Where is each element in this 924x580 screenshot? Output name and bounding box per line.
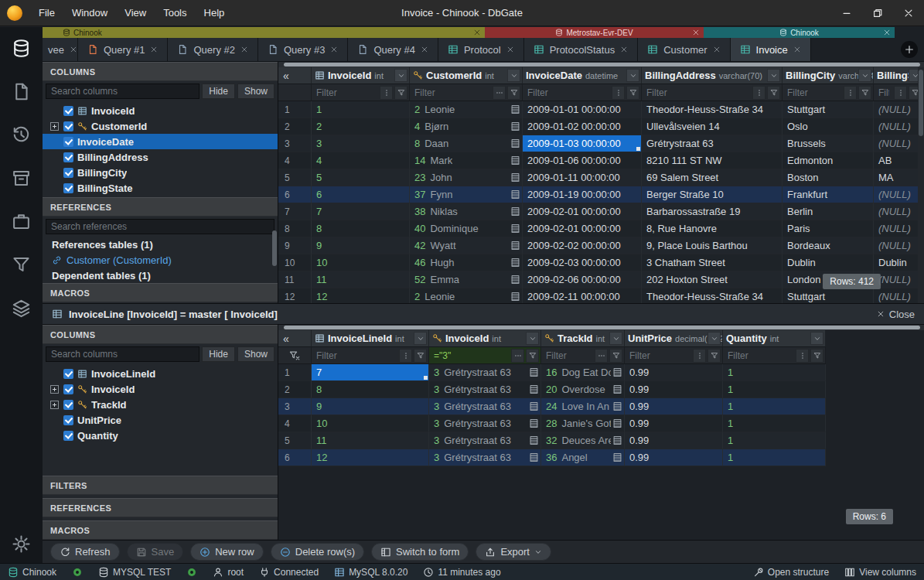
column-checkbox[interactable] xyxy=(63,369,73,379)
filter-menu-button[interactable] xyxy=(380,86,393,100)
close-tab-button[interactable] xyxy=(70,46,77,53)
grid-cell[interactable]: Grétrystraat 63 xyxy=(642,135,783,152)
grid-cell[interactable]: 46Hugh xyxy=(410,254,523,271)
row-number[interactable]: 6 xyxy=(278,186,312,203)
row-number[interactable]: 4 xyxy=(278,415,312,432)
column-dropdown-button[interactable] xyxy=(609,332,622,345)
grid-cell[interactable]: 8, Rue Hanovre xyxy=(642,220,783,237)
filter-input-customerid[interactable] xyxy=(410,84,493,101)
delete-row-s-button[interactable]: Delete row(s) xyxy=(271,543,364,561)
grid-cell[interactable]: Theodor-Heuss-Straße 34 xyxy=(642,288,783,303)
grid-cell[interactable]: 2009-01-06 00:00:00 xyxy=(523,152,642,169)
grid-cell[interactable]: 14Mark xyxy=(410,152,523,169)
filter-menu-button[interactable] xyxy=(693,349,706,363)
scrollbar-thumb[interactable] xyxy=(284,326,920,329)
row-number[interactable]: 1 xyxy=(278,101,312,118)
filter-funnel-button[interactable] xyxy=(394,86,407,100)
column-header-billingstate[interactable]: BillingStatevarchar(40) xyxy=(874,67,924,84)
grid-cell[interactable]: 11 xyxy=(312,271,410,288)
grid-cell[interactable]: 3Grétrystraat 63 xyxy=(429,398,541,415)
grid-cell[interactable]: 0.99 xyxy=(625,415,723,432)
tab-query-4[interactable]: Query #4 xyxy=(348,38,438,61)
grid-cell[interactable]: 2009-02-11 00:00:00 xyxy=(523,288,642,303)
row-number[interactable]: 3 xyxy=(278,135,312,152)
scrollbar-thumb[interactable] xyxy=(284,63,920,67)
column-dropdown-button[interactable] xyxy=(707,332,721,345)
close-tab-button[interactable] xyxy=(506,46,514,53)
filters-section-header[interactable]: FILTERS xyxy=(43,476,278,495)
close-tab-button[interactable] xyxy=(793,46,801,53)
show-button[interactable]: Show xyxy=(237,84,274,99)
column-checkbox[interactable] xyxy=(63,415,73,425)
column-header-trackid[interactable]: TrackIdint xyxy=(541,330,625,347)
column-header-invoicedate[interactable]: InvoiceDatedatetime xyxy=(523,67,642,84)
grid-cell[interactable]: Oslo xyxy=(783,118,874,135)
grid-cell[interactable]: 20Overdose xyxy=(541,381,625,398)
grid-cell[interactable]: Dublin xyxy=(783,254,874,271)
grid-cell[interactable]: 6 xyxy=(312,186,410,203)
vertical-scrollbar[interactable] xyxy=(918,67,924,303)
grid-cell[interactable]: 0.99 xyxy=(625,398,723,415)
column-header-billingaddress[interactable]: BillingAddressvarchar(70) xyxy=(642,67,783,84)
grid-cell[interactable]: 2009-02-06 00:00:00 xyxy=(523,271,642,288)
close-button[interactable] xyxy=(893,0,924,26)
row-number[interactable]: 7 xyxy=(278,203,312,220)
grid-cell[interactable]: 202 Hoxton Street xyxy=(642,271,783,288)
grid-cell[interactable]: (NULL) xyxy=(874,271,924,288)
grid-cell[interactable]: (NULL) xyxy=(874,118,924,135)
grid-cell[interactable]: 2009-01-19 00:00:00 xyxy=(523,186,642,203)
grid-cell[interactable]: Bordeaux xyxy=(783,237,874,254)
column-header-invoiceid[interactable]: InvoiceIdint xyxy=(429,330,541,347)
row-number[interactable]: 2 xyxy=(278,118,312,135)
grid-cell[interactable]: 8210 111 ST NW xyxy=(642,152,783,169)
grid-cell[interactable]: 10 xyxy=(312,254,410,271)
column-dropdown-button[interactable] xyxy=(810,332,823,345)
row-number[interactable]: 6 xyxy=(278,449,312,466)
expand-button[interactable] xyxy=(50,122,59,131)
grid-cell[interactable]: (NULL) xyxy=(874,186,924,203)
column-header-quantity[interactable]: Quantityint xyxy=(723,330,826,347)
column-checkbox[interactable] xyxy=(63,137,73,147)
grid-cell[interactable]: 3Grétrystraat 63 xyxy=(429,381,541,398)
grid-cell[interactable]: 2009-02-03 00:00:00 xyxy=(523,254,642,271)
macros-section-header[interactable]: MACROS xyxy=(43,283,278,302)
panel-scrollbar-thumb[interactable] xyxy=(272,230,277,266)
grid-cell[interactable]: (NULL) xyxy=(874,288,924,303)
tab-vee[interactable]: vee xyxy=(43,38,78,61)
column-dropdown-button[interactable] xyxy=(626,69,639,82)
grid-cell[interactable]: 8Daan xyxy=(410,135,523,152)
macros-section-header[interactable]: MACROS xyxy=(43,520,278,540)
status-view-columns[interactable]: View columns xyxy=(844,567,916,578)
column-item-invoicelineid[interactable]: InvoiceLineId xyxy=(43,366,278,381)
grid-cell[interactable]: Paris xyxy=(783,220,874,237)
new-row-button[interactable]: New row xyxy=(190,543,264,561)
grid-cell[interactable]: 52Emma xyxy=(410,271,523,288)
expand-button[interactable] xyxy=(50,385,59,394)
grid-cell[interactable]: 24Love In An Elevator xyxy=(541,398,625,415)
column-header-customerid[interactable]: CustomerIdint xyxy=(410,67,523,84)
grid-cell[interactable]: 36Angel xyxy=(541,449,625,466)
sidebar-archive-button[interactable] xyxy=(12,168,32,188)
tab-query-3[interactable]: Query #3 xyxy=(258,38,348,61)
filter-menu-button[interactable] xyxy=(796,349,809,363)
grid-cell[interactable]: 11 xyxy=(312,432,429,449)
column-dropdown-button[interactable] xyxy=(414,332,427,345)
column-dropdown-button[interactable] xyxy=(767,69,780,82)
grid-cell[interactable]: 2 xyxy=(312,118,410,135)
grid-cell[interactable]: 2009-01-03 00:00:00 xyxy=(523,135,642,152)
grid-cell[interactable]: 12 xyxy=(312,449,429,466)
grid-cell[interactable]: 1 xyxy=(723,432,826,449)
tab-invoice[interactable]: Invoice xyxy=(731,38,811,61)
sidebar-funnel-button[interactable] xyxy=(12,254,32,275)
filter-input-invoicelineid[interactable] xyxy=(312,347,399,363)
grid-cell[interactable]: 7 xyxy=(312,364,429,381)
menu-window[interactable]: Window xyxy=(63,0,116,26)
grid-cell[interactable]: Theodor-Heuss-Straße 34 xyxy=(642,101,783,118)
column-dropdown-button[interactable] xyxy=(858,69,871,82)
filter-funnel-button[interactable] xyxy=(810,349,823,363)
column-item-billingstate[interactable]: BillingState xyxy=(43,180,278,196)
column-checkbox[interactable] xyxy=(63,400,73,410)
switch-to-form-button[interactable]: Switch to form xyxy=(371,543,469,561)
columns-section-header[interactable]: COLUMNS xyxy=(43,325,278,344)
grid-cell[interactable]: 40Dominique xyxy=(410,220,523,237)
